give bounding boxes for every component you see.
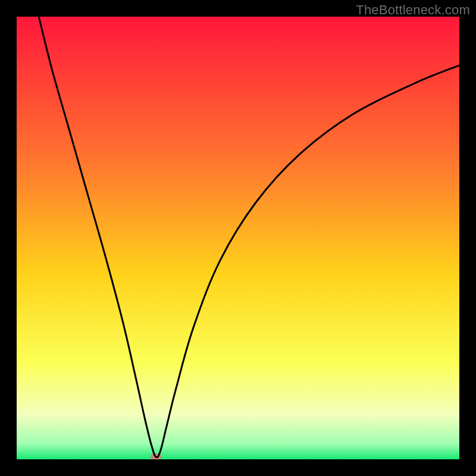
bottleneck-curve bbox=[17, 17, 459, 459]
watermark-text: TheBottleneck.com bbox=[356, 2, 470, 18]
chart-frame: TheBottleneck.com bbox=[0, 0, 476, 476]
plot-area bbox=[17, 17, 459, 459]
